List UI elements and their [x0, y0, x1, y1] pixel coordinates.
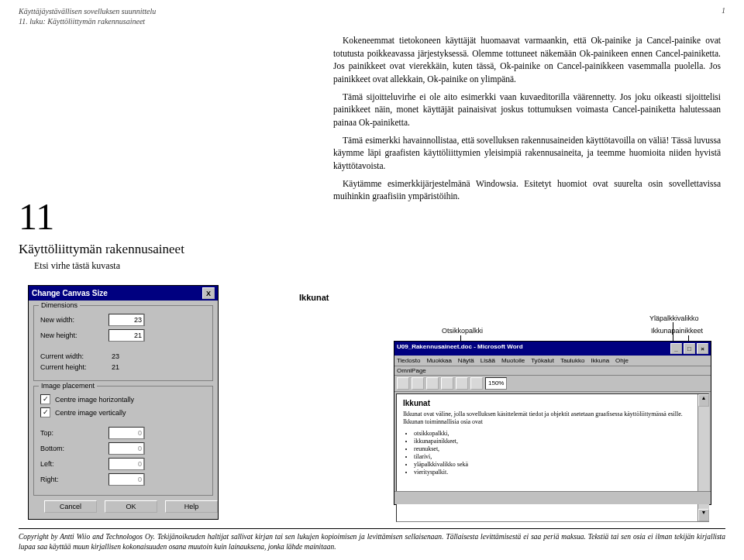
- spinner-icon[interactable]: [144, 442, 154, 455]
- help-button[interactable]: Help: [165, 500, 218, 513]
- word-statusbar: [394, 491, 711, 504]
- new-height-input[interactable]: 21: [108, 329, 144, 342]
- word-title: U09_Rakennusaineet.doc - Microsoft Word: [397, 343, 523, 354]
- current-width-value: 23: [112, 352, 119, 360]
- ann-otsikkopalkki: Otsikkopalkki: [442, 327, 483, 335]
- header-line1: Käyttäjäystävällisen sovelluksen suunnit…: [19, 6, 156, 16]
- toolbar-icon[interactable]: [470, 377, 483, 390]
- scroll-down-icon[interactable]: ▼: [698, 509, 709, 521]
- page-header: Käyttäjäystävällisen sovelluksen suunnit…: [19, 6, 725, 26]
- toolbar-icon[interactable]: [412, 377, 424, 390]
- word-titlebar[interactable]: U09_Rakennusaineet.doc - Microsoft Word …: [394, 342, 711, 356]
- scroll-up-icon[interactable]: ▲: [698, 394, 709, 407]
- minimize-icon[interactable]: _: [670, 343, 682, 354]
- chapter-title: Käyttöliittymän rakennusaineet: [19, 242, 184, 257]
- spinner-icon[interactable]: [144, 329, 154, 342]
- menu-item[interactable]: Muotoile: [501, 357, 525, 364]
- maximize-icon[interactable]: □: [684, 343, 695, 354]
- centre-v-checkbox[interactable]: ✓: [40, 407, 50, 417]
- ann-ikkunapainikkeet: Ikkunapainikkeet: [651, 327, 703, 335]
- placement-legend: Image placement: [39, 382, 97, 390]
- word-toolbar[interactable]: 150%: [394, 376, 711, 392]
- left-input[interactable]: 0: [108, 458, 144, 470]
- doc-list: otsikkopalkki, ikkunapainikkeet, reunuks…: [414, 430, 702, 476]
- ann-ylapalkkivalikko: Yläpalkkivalikko: [649, 314, 699, 322]
- menu-item[interactable]: Taulukko: [560, 357, 585, 364]
- spinner-icon[interactable]: [144, 458, 154, 470]
- chapter-subtitle: Etsi virhe tästä kuvasta: [34, 260, 120, 272]
- change-canvas-dialog: Change Canvas Size X Dimensions New widt…: [28, 285, 219, 520]
- menu-item[interactable]: Työkalut: [531, 357, 554, 364]
- chapter-number: 11: [19, 195, 54, 238]
- menu-item[interactable]: Lisää: [480, 357, 495, 364]
- toolbar-icon[interactable]: [397, 377, 409, 390]
- centre-h-label: Centre image horizontally: [55, 396, 134, 404]
- menu-item[interactable]: Muokkaa: [426, 357, 451, 364]
- section-heading: Ikkunat: [299, 293, 329, 302]
- menu-item[interactable]: OmniPage: [397, 367, 426, 374]
- paragraph: Käytämme esimerkkijärjestelmänä Windowsi…: [333, 177, 721, 203]
- toolbar-icon[interactable]: [441, 377, 453, 390]
- bottom-label: Bottom:: [40, 445, 108, 452]
- menu-item[interactable]: Ikkuna: [591, 357, 610, 364]
- toolbar-icon[interactable]: [456, 377, 468, 390]
- spinner-icon[interactable]: [144, 427, 154, 439]
- toolbar-icon[interactable]: [426, 377, 439, 390]
- list-item: yläpalkkivalikko sekä: [414, 461, 702, 468]
- doc-paragraph: Ikkunat ovat väline, jolla sovelluksen k…: [403, 411, 702, 427]
- paragraph: Tämä esimerkki havainnollistaa, että sov…: [333, 134, 721, 173]
- centre-h-checkbox[interactable]: ✓: [40, 394, 50, 404]
- right-label: Right:: [40, 476, 108, 483]
- new-width-label: New width:: [40, 316, 108, 324]
- close-icon[interactable]: X: [202, 287, 215, 299]
- spinner-icon[interactable]: [144, 473, 154, 486]
- page-number: 1: [722, 6, 725, 26]
- list-item: reunukset,: [414, 445, 702, 452]
- centre-v-label: Centre image vertically: [55, 409, 126, 417]
- placement-group: Image placement ✓ Centre image horizonta…: [33, 386, 213, 496]
- ok-button[interactable]: OK: [105, 500, 157, 513]
- word-menubar-2[interactable]: OmniPage: [394, 366, 711, 376]
- dimensions-legend: Dimensions: [39, 301, 80, 309]
- close-icon[interactable]: ×: [697, 343, 708, 354]
- left-label: Left:: [40, 460, 108, 468]
- current-height-label: Current height:: [40, 363, 108, 371]
- menu-item[interactable]: Tiedosto: [397, 357, 420, 364]
- menu-item[interactable]: Ohje: [615, 357, 629, 364]
- bottom-input[interactable]: 0: [108, 442, 144, 455]
- header-line2: 11. luku: Käyttöliittymän rakennusaineet: [19, 16, 156, 26]
- annotated-figure: Otsikkopalkki Yläpalkkivalikko Ikkunapai…: [394, 314, 711, 516]
- top-label: Top:: [40, 429, 108, 437]
- dialog-titlebar[interactable]: Change Canvas Size X: [29, 286, 218, 301]
- new-width-input[interactable]: 23: [108, 314, 144, 326]
- list-item: ikkunapainikkeet,: [414, 438, 702, 445]
- menu-item[interactable]: Näytä: [458, 357, 474, 364]
- current-width-label: Current width:: [40, 352, 108, 360]
- spinner-icon[interactable]: [144, 314, 154, 326]
- page-footer: Copyright by Antti Wiio and Technologos …: [19, 528, 725, 552]
- list-item: vierityspalkit.: [414, 469, 702, 476]
- body-text: Kokeneemmat tietokoneen käyttäjät huomaa…: [333, 34, 721, 208]
- right-input[interactable]: 0: [108, 473, 144, 486]
- dialog-title-text: Change Canvas Size: [32, 289, 108, 297]
- current-height-value: 21: [112, 363, 119, 371]
- list-item: tilarivi,: [414, 453, 702, 460]
- word-menubar[interactable]: Tiedosto Muokkaa Näytä Lisää Muotoile Ty…: [394, 356, 711, 366]
- cancel-button[interactable]: Cancel: [44, 500, 97, 513]
- doc-heading: Ikkunat: [403, 399, 702, 407]
- list-item: otsikkopalkki,: [414, 430, 702, 437]
- paragraph: Kokeneemmat tietokoneen käyttäjät huomaa…: [333, 34, 721, 86]
- paragraph: Tämä sijoitteluvirhe ei ole aito esimerk…: [333, 91, 721, 129]
- new-height-label: New height:: [40, 332, 108, 339]
- zoom-select[interactable]: 150%: [485, 377, 507, 390]
- dimensions-group: Dimensions New width: 23 New height: 21 …: [33, 305, 213, 381]
- word-window: U09_Rakennusaineet.doc - Microsoft Word …: [394, 341, 711, 505]
- top-input[interactable]: 0: [108, 427, 144, 439]
